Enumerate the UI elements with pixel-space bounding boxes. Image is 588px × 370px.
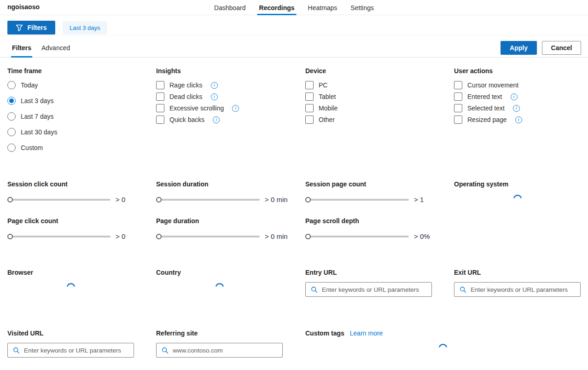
entry-url-searchbox[interactable]: [305, 282, 432, 297]
checkbox-option-cursor-movement[interactable]: Cursor movement: [454, 81, 585, 89]
radio-option-custom[interactable]: Custom: [7, 144, 150, 152]
slider-thumb[interactable]: [156, 197, 162, 202]
slider-track[interactable]: [156, 199, 260, 201]
learn-more-link[interactable]: Learn more: [350, 330, 383, 337]
section-visited-url: Visited URL: [7, 330, 134, 358]
cancel-button[interactable]: Cancel: [542, 41, 581, 55]
checkbox-option-resized-page[interactable]: Resized page i: [454, 116, 585, 124]
section-title: Browser: [7, 269, 134, 277]
slider-track[interactable]: [305, 236, 409, 237]
checkbox-option-pc[interactable]: PC: [305, 81, 448, 89]
timeframe-chip[interactable]: Last 3 days: [63, 21, 107, 34]
tab-advanced[interactable]: Advanced: [41, 39, 70, 57]
checkbox[interactable]: [156, 92, 164, 101]
visited-url-searchbox[interactable]: [7, 343, 134, 358]
section-page-scroll-depth: Page scroll depth > 0%: [305, 217, 430, 240]
section-entry-url: Entry URL: [305, 269, 432, 297]
radio-unselected[interactable]: [7, 81, 16, 89]
main-nav: Dashboard Recordings Heatmaps Settings: [214, 0, 374, 15]
checkbox-option-mobile[interactable]: Mobile: [305, 104, 448, 112]
exit-url-input[interactable]: [471, 286, 576, 293]
device-options: PC Tablet Mobile Other: [305, 81, 448, 124]
section-user-actions: User actions Cursor movement Entered tex…: [454, 67, 585, 127]
checkbox[interactable]: [454, 104, 462, 112]
entry-url-input[interactable]: [322, 286, 428, 293]
referring-site-input[interactable]: [173, 347, 279, 354]
nav-recordings[interactable]: Recordings: [259, 0, 295, 15]
insights-options: Rage clicks i Dead clicks i Excessive sc…: [156, 81, 299, 124]
radio-option-last-7-days[interactable]: Last 7 days: [7, 112, 150, 121]
radio-unselected[interactable]: [7, 112, 16, 121]
slider: > 0 min: [156, 232, 288, 240]
section-title: Session click count: [7, 180, 125, 188]
checkbox-option-rage-clicks[interactable]: Rage clicks i: [156, 81, 299, 89]
filter-panel-tabbar: Filters Advanced: [0, 39, 588, 58]
slider-thumb[interactable]: [156, 234, 162, 239]
checkbox-option-quick-backs[interactable]: Quick backs i: [156, 116, 299, 124]
loading-spinner: [305, 343, 581, 353]
info-icon[interactable]: i: [211, 93, 218, 100]
nav-heatmaps[interactable]: Heatmaps: [308, 0, 338, 15]
loading-spinner: [156, 282, 283, 292]
slider-track[interactable]: [7, 236, 111, 237]
info-icon[interactable]: i: [213, 116, 220, 123]
checkbox[interactable]: [454, 92, 462, 101]
slider-track[interactable]: [156, 236, 260, 237]
section-title: Exit URL: [454, 269, 581, 277]
visited-url-input[interactable]: [24, 347, 130, 354]
radio-label: Last 3 days: [21, 97, 54, 104]
info-icon[interactable]: i: [511, 93, 518, 100]
referring-site-searchbox[interactable]: [156, 343, 283, 358]
filters-button[interactable]: Filters: [7, 21, 55, 35]
checkbox-option-other[interactable]: Other: [305, 116, 448, 124]
checkbox[interactable]: [305, 81, 314, 89]
radio-option-last-3-days[interactable]: Last 3 days: [7, 97, 150, 105]
checkbox-option-tablet[interactable]: Tablet: [305, 92, 448, 101]
nav-dashboard[interactable]: Dashboard: [214, 0, 246, 15]
checkbox-label: PC: [319, 81, 327, 89]
checkbox[interactable]: [305, 116, 314, 124]
checkbox-option-dead-clicks[interactable]: Dead clicks i: [156, 92, 299, 101]
checkbox[interactable]: [156, 81, 164, 89]
exit-url-searchbox[interactable]: [454, 282, 581, 297]
slider: > 0: [7, 232, 125, 240]
info-icon[interactable]: i: [232, 105, 239, 112]
radio-option-last-30-days[interactable]: Last 30 days: [7, 128, 150, 136]
radio-unselected[interactable]: [7, 144, 16, 152]
checkbox[interactable]: [454, 116, 462, 124]
checkbox-label: Rage clicks: [169, 81, 203, 89]
slider-thumb[interactable]: [305, 234, 311, 239]
checkbox-label: Mobile: [319, 104, 338, 112]
checkbox[interactable]: [305, 92, 314, 101]
tab-filters[interactable]: Filters: [12, 39, 31, 57]
info-icon[interactable]: i: [211, 82, 218, 89]
checkbox-option-selected-text[interactable]: Selected text i: [454, 104, 585, 112]
section-title: Page scroll depth: [305, 217, 430, 225]
slider-thumb[interactable]: [305, 197, 311, 202]
checkbox[interactable]: [156, 104, 164, 112]
funnel-icon: [16, 24, 23, 31]
checkbox-option-excessive-scrolling[interactable]: Excessive scrolling i: [156, 104, 299, 112]
radio-option-today[interactable]: Today: [7, 81, 150, 89]
info-icon[interactable]: i: [513, 105, 520, 112]
checkbox[interactable]: [454, 81, 462, 89]
radio-selected[interactable]: [7, 97, 16, 105]
section-exit-url: Exit URL: [454, 269, 581, 297]
checkbox[interactable]: [156, 116, 164, 124]
section-title: Page duration: [156, 217, 288, 225]
slider-track[interactable]: [305, 199, 409, 201]
radio-unselected[interactable]: [7, 128, 16, 136]
section-device: Device PC Tablet Mobile Other: [305, 67, 448, 127]
nav-settings[interactable]: Settings: [350, 0, 374, 15]
slider-value: > 0: [116, 196, 125, 203]
slider-value: > 1: [414, 196, 424, 203]
apply-button[interactable]: Apply: [501, 41, 537, 55]
slider-track[interactable]: [7, 199, 111, 201]
checkbox[interactable]: [305, 104, 314, 112]
slider-thumb[interactable]: [7, 197, 13, 202]
slider-thumb[interactable]: [7, 234, 13, 239]
checkbox-option-entered-text[interactable]: Entered text i: [454, 92, 585, 101]
info-icon[interactable]: i: [515, 116, 522, 123]
section-title: Referring site: [156, 330, 283, 337]
slider: > 0 min: [156, 196, 288, 203]
